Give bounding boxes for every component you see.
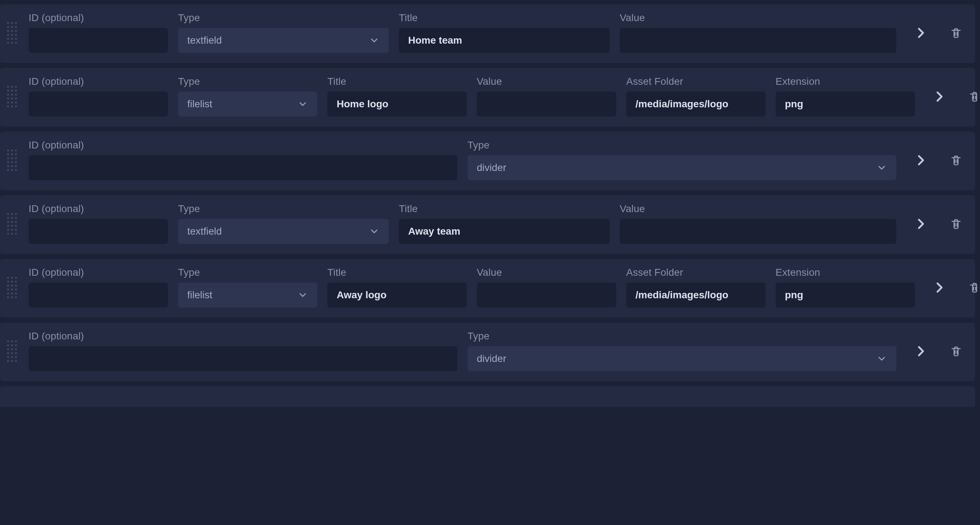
drag-handle[interactable] xyxy=(7,13,19,53)
id-input[interactable] xyxy=(29,155,458,180)
chevron-down-icon xyxy=(369,226,380,237)
asset-folder-label: Asset Folder xyxy=(626,77,765,86)
expand-button[interactable] xyxy=(911,341,931,361)
extension-input[interactable] xyxy=(776,91,915,116)
type-select[interactable]: divider xyxy=(468,346,896,371)
expand-button[interactable] xyxy=(911,150,931,170)
value-label: Value xyxy=(620,204,896,214)
form-rows-scroll[interactable]: ID (optional) Type textfield Title Value xyxy=(0,0,977,525)
id-input[interactable] xyxy=(29,219,168,244)
type-select[interactable]: divider xyxy=(468,155,896,180)
drag-icon xyxy=(7,277,17,298)
chevron-down-icon xyxy=(298,99,308,109)
drag-handle[interactable] xyxy=(7,140,19,180)
form-row: ID (optional) Type textfield Title Value xyxy=(0,4,975,63)
title-label: Title xyxy=(399,204,610,214)
drag-icon xyxy=(7,22,17,44)
type-select-value: filelist xyxy=(187,289,212,301)
expand-button[interactable] xyxy=(929,86,949,107)
delete-button[interactable] xyxy=(947,24,965,42)
type-select-value: divider xyxy=(477,162,506,174)
title-input[interactable] xyxy=(399,219,610,244)
chevron-down-icon xyxy=(369,35,380,46)
type-label: Type xyxy=(178,13,389,23)
value-input[interactable] xyxy=(477,91,616,116)
chevron-down-icon xyxy=(877,162,887,173)
title-input[interactable] xyxy=(328,282,467,308)
form-row: ID (optional) Type divider xyxy=(0,322,975,381)
value-input[interactable] xyxy=(620,219,896,244)
form-row: ID (optional) Type divider xyxy=(0,132,975,190)
drag-icon xyxy=(7,86,17,107)
form-row-peek xyxy=(0,386,975,407)
type-select-value: textfield xyxy=(187,226,222,237)
delete-button[interactable] xyxy=(966,88,977,105)
value-label: Value xyxy=(477,268,616,278)
type-select[interactable]: textfield xyxy=(178,28,389,53)
drag-handle[interactable] xyxy=(7,204,19,244)
id-label: ID (optional) xyxy=(29,140,458,150)
expand-button[interactable] xyxy=(929,278,949,298)
type-label: Type xyxy=(468,140,896,150)
type-label: Type xyxy=(178,77,317,86)
chevron-down-icon xyxy=(298,290,308,300)
drag-handle[interactable] xyxy=(7,268,19,308)
extension-label: Extension xyxy=(776,77,915,86)
title-input[interactable] xyxy=(328,91,467,116)
delete-button[interactable] xyxy=(966,279,977,297)
delete-button[interactable] xyxy=(947,215,965,233)
drag-icon xyxy=(7,213,17,235)
value-label: Value xyxy=(620,13,896,23)
value-label: Value xyxy=(477,77,616,86)
drag-handle[interactable] xyxy=(7,77,19,116)
id-input[interactable] xyxy=(29,346,458,371)
expand-button[interactable] xyxy=(911,214,931,234)
type-label: Type xyxy=(468,331,896,341)
type-select[interactable]: filelist xyxy=(178,282,317,308)
id-label: ID (optional) xyxy=(29,13,168,23)
asset-folder-input[interactable] xyxy=(626,282,765,308)
title-label: Title xyxy=(399,13,610,23)
form-row: ID (optional) Type filelist Title Value … xyxy=(0,68,975,127)
drag-handle[interactable] xyxy=(7,331,19,371)
delete-button[interactable] xyxy=(947,342,965,360)
chevron-down-icon xyxy=(877,353,887,364)
extension-label: Extension xyxy=(776,268,915,278)
drag-icon xyxy=(7,340,17,362)
title-label: Title xyxy=(328,268,467,278)
type-select-value: textfield xyxy=(187,35,222,46)
type-select-value: filelist xyxy=(187,98,212,110)
title-label: Title xyxy=(328,77,467,86)
id-input[interactable] xyxy=(29,282,168,308)
type-select[interactable]: filelist xyxy=(178,91,317,116)
expand-button[interactable] xyxy=(911,23,931,43)
type-select[interactable]: textfield xyxy=(178,219,389,244)
form-row: ID (optional) Type filelist Title Value … xyxy=(0,259,975,318)
drag-icon xyxy=(7,150,17,171)
value-input[interactable] xyxy=(620,28,896,53)
form-row: ID (optional) Type textfield Title Value xyxy=(0,195,975,254)
id-label: ID (optional) xyxy=(29,204,168,214)
type-select-value: divider xyxy=(477,353,506,364)
title-input[interactable] xyxy=(399,28,610,53)
type-label: Type xyxy=(178,204,389,214)
extension-input[interactable] xyxy=(776,282,915,308)
id-label: ID (optional) xyxy=(29,77,168,86)
type-label: Type xyxy=(178,268,317,278)
delete-button[interactable] xyxy=(947,151,965,169)
asset-folder-input[interactable] xyxy=(626,91,765,116)
value-input[interactable] xyxy=(477,282,616,308)
asset-folder-label: Asset Folder xyxy=(626,268,765,278)
id-label: ID (optional) xyxy=(29,331,458,341)
id-input[interactable] xyxy=(29,91,168,116)
id-input[interactable] xyxy=(29,28,168,53)
id-label: ID (optional) xyxy=(29,268,168,278)
